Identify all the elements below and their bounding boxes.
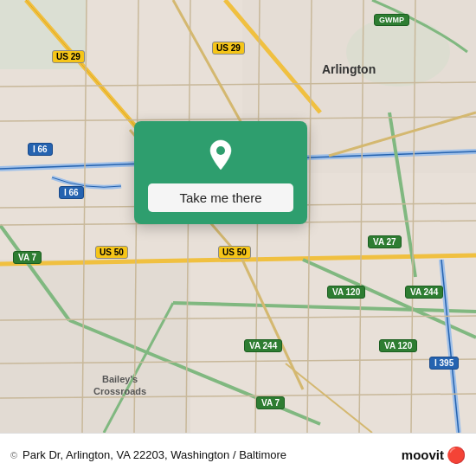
popup-card: Take me there — [134, 121, 307, 224]
road-shield-gwmp: GWMP — [374, 14, 409, 26]
road-shield-us29-tl: US 29 — [52, 50, 85, 63]
road-shield-va27: VA 27 — [368, 235, 402, 248]
moovit-dot: 🔴 — [447, 446, 466, 465]
road-shield-us50-l: US 50 — [95, 246, 128, 259]
svg-point-38 — [216, 146, 225, 155]
bottom-bar: © Park Dr, Arlington, VA 22203, Washingt… — [0, 433, 476, 476]
road-shield-us50-c: US 50 — [218, 246, 251, 259]
take-me-there-button[interactable]: Take me there — [148, 183, 293, 212]
moovit-text: moovit — [402, 447, 444, 462]
road-shield-va7-b: VA 7 — [256, 396, 285, 409]
road-shield-va244-r: VA 244 — [405, 286, 443, 299]
road-shield-va120-c: VA 120 — [327, 286, 365, 299]
moovit-logo: moovit 🔴 — [402, 446, 466, 465]
road-shield-va244-b: VA 244 — [244, 339, 282, 352]
location-pin-icon — [202, 137, 240, 175]
road-shield-i66-l: I 66 — [28, 143, 53, 156]
road-shield-us29-tc: US 29 — [212, 42, 245, 55]
road-shield-i66-c: I 66 — [59, 186, 84, 199]
svg-rect-4 — [0, 260, 190, 433]
road-shield-va120-b: VA 120 — [379, 339, 417, 352]
road-shield-i395: I 395 — [429, 357, 459, 370]
map-container: US 29 US 29 I 66 I 66 VA 7 US 50 US 50 V… — [0, 0, 476, 433]
copyright-text: © — [10, 450, 17, 460]
road-shield-va7-l: VA 7 — [13, 251, 42, 264]
address-text: Park Dr, Arlington, VA 22203, Washington… — [23, 448, 402, 461]
